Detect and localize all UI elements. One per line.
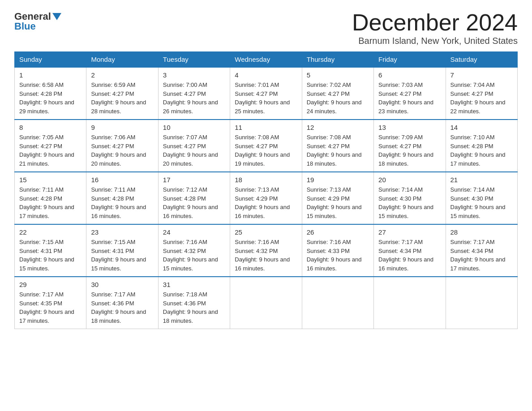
calendar-cell: 1 Sunrise: 6:58 AM Sunset: 4:28 PM Dayli… xyxy=(15,67,86,120)
daylight-label: Daylight: 9 hours and 28 minutes. xyxy=(91,99,146,115)
sunrise-label: Sunrise: 7:17 AM xyxy=(378,239,423,245)
daylight-label: Daylight: 9 hours and 18 minutes. xyxy=(378,151,433,167)
day-number: 24 xyxy=(163,228,225,236)
daylight-label: Daylight: 9 hours and 16 minutes. xyxy=(235,256,290,272)
calendar-cell: 4 Sunrise: 7:01 AM Sunset: 4:27 PM Dayli… xyxy=(230,67,302,120)
day-number: 22 xyxy=(19,228,82,236)
calendar-week-row: 22 Sunrise: 7:15 AM Sunset: 4:31 PM Dayl… xyxy=(15,224,518,277)
daylight-label: Daylight: 9 hours and 18 minutes. xyxy=(163,308,218,324)
day-number: 11 xyxy=(235,124,297,131)
location: Barnum Island, New York, United States xyxy=(352,36,518,46)
sunset-label: Sunset: 4:34 PM xyxy=(450,248,493,254)
sunset-label: Sunset: 4:28 PM xyxy=(91,195,134,202)
day-info: Sunrise: 7:08 AM Sunset: 4:27 PM Dayligh… xyxy=(307,133,369,168)
day-number: 20 xyxy=(378,176,441,184)
sunset-label: Sunset: 4:36 PM xyxy=(91,300,134,307)
sunrise-label: Sunrise: 7:11 AM xyxy=(19,186,64,193)
calendar-cell: 30 Sunrise: 7:17 AM Sunset: 4:36 PM Dayl… xyxy=(86,277,158,329)
sunrise-label: Sunrise: 7:01 AM xyxy=(235,81,279,88)
day-info: Sunrise: 7:16 AM Sunset: 4:32 PM Dayligh… xyxy=(235,238,297,273)
day-number: 15 xyxy=(19,176,82,184)
day-number: 9 xyxy=(91,124,153,131)
daylight-label: Daylight: 9 hours and 15 minutes. xyxy=(91,256,146,272)
sunset-label: Sunset: 4:28 PM xyxy=(450,143,493,150)
day-info: Sunrise: 7:09 AM Sunset: 4:27 PM Dayligh… xyxy=(378,133,441,168)
calendar-cell: 21 Sunrise: 7:14 AM Sunset: 4:30 PM Dayl… xyxy=(446,172,517,224)
calendar-cell: 20 Sunrise: 7:14 AM Sunset: 4:30 PM Dayl… xyxy=(374,172,446,224)
day-number: 25 xyxy=(235,228,297,236)
day-number: 28 xyxy=(450,228,513,236)
day-info: Sunrise: 7:00 AM Sunset: 4:27 PM Dayligh… xyxy=(163,81,225,116)
calendar-cell: 18 Sunrise: 7:13 AM Sunset: 4:29 PM Dayl… xyxy=(230,172,302,224)
sunrise-label: Sunrise: 7:15 AM xyxy=(19,239,64,245)
day-info: Sunrise: 7:11 AM Sunset: 4:28 PM Dayligh… xyxy=(91,185,153,220)
day-info: Sunrise: 7:01 AM Sunset: 4:27 PM Dayligh… xyxy=(235,81,297,116)
daylight-label: Daylight: 9 hours and 16 minutes. xyxy=(235,204,290,219)
col-sunday: Sunday xyxy=(15,52,86,68)
sunrise-label: Sunrise: 7:17 AM xyxy=(450,239,495,245)
day-number: 21 xyxy=(450,176,513,184)
daylight-label: Daylight: 9 hours and 20 minutes. xyxy=(163,151,218,167)
calendar-cell: 13 Sunrise: 7:09 AM Sunset: 4:27 PM Dayl… xyxy=(374,120,446,172)
sunrise-label: Sunrise: 7:06 AM xyxy=(91,134,135,141)
calendar-cell xyxy=(374,277,446,329)
daylight-label: Daylight: 9 hours and 17 minutes. xyxy=(19,204,74,219)
sunset-label: Sunset: 4:30 PM xyxy=(378,195,421,202)
sunrise-label: Sunrise: 7:14 AM xyxy=(378,186,423,193)
sunset-label: Sunset: 4:28 PM xyxy=(163,195,206,202)
daylight-label: Daylight: 9 hours and 17 minutes. xyxy=(450,151,506,167)
calendar-cell: 19 Sunrise: 7:13 AM Sunset: 4:29 PM Dayl… xyxy=(302,172,373,224)
calendar-cell: 3 Sunrise: 7:00 AM Sunset: 4:27 PM Dayli… xyxy=(158,67,230,120)
sunset-label: Sunset: 4:27 PM xyxy=(450,90,493,97)
calendar-cell: 23 Sunrise: 7:15 AM Sunset: 4:31 PM Dayl… xyxy=(86,224,158,277)
day-number: 6 xyxy=(378,71,441,79)
calendar-header: Sunday Monday Tuesday Wednesday Thursday… xyxy=(15,52,518,68)
day-info: Sunrise: 7:17 AM Sunset: 4:34 PM Dayligh… xyxy=(450,238,513,273)
day-info: Sunrise: 7:03 AM Sunset: 4:27 PM Dayligh… xyxy=(378,81,441,116)
day-info: Sunrise: 6:59 AM Sunset: 4:27 PM Dayligh… xyxy=(91,81,153,116)
col-friday: Friday xyxy=(374,52,446,68)
sunset-label: Sunset: 4:36 PM xyxy=(163,300,206,307)
day-info: Sunrise: 7:13 AM Sunset: 4:29 PM Dayligh… xyxy=(235,185,297,220)
sunrise-label: Sunrise: 7:17 AM xyxy=(19,291,64,298)
daylight-label: Daylight: 9 hours and 15 minutes. xyxy=(378,204,433,219)
sunset-label: Sunset: 4:27 PM xyxy=(307,143,350,150)
sunrise-label: Sunrise: 7:16 AM xyxy=(163,239,207,245)
calendar-cell: 12 Sunrise: 7:08 AM Sunset: 4:27 PM Dayl… xyxy=(302,120,373,172)
sunset-label: Sunset: 4:27 PM xyxy=(163,90,206,97)
daylight-label: Daylight: 9 hours and 15 minutes. xyxy=(307,204,362,219)
day-number: 27 xyxy=(378,228,441,236)
sunset-label: Sunset: 4:31 PM xyxy=(91,248,134,254)
daylight-label: Daylight: 9 hours and 24 minutes. xyxy=(307,99,362,115)
calendar-cell xyxy=(302,277,373,329)
day-number: 5 xyxy=(307,71,369,79)
calendar-cell: 25 Sunrise: 7:16 AM Sunset: 4:32 PM Dayl… xyxy=(230,224,302,277)
day-info: Sunrise: 7:17 AM Sunset: 4:36 PM Dayligh… xyxy=(91,290,153,325)
calendar-cell: 17 Sunrise: 7:12 AM Sunset: 4:28 PM Dayl… xyxy=(158,172,230,224)
sunrise-label: Sunrise: 7:18 AM xyxy=(163,291,207,298)
day-number: 18 xyxy=(235,176,297,184)
day-number: 16 xyxy=(91,176,153,184)
sunrise-label: Sunrise: 6:59 AM xyxy=(91,81,135,88)
sunset-label: Sunset: 4:32 PM xyxy=(235,248,278,254)
sunset-label: Sunset: 4:27 PM xyxy=(91,143,134,150)
calendar-cell xyxy=(230,277,302,329)
daylight-label: Daylight: 9 hours and 22 minutes. xyxy=(450,99,506,115)
day-info: Sunrise: 7:15 AM Sunset: 4:31 PM Dayligh… xyxy=(91,238,153,273)
calendar-cell: 26 Sunrise: 7:16 AM Sunset: 4:33 PM Dayl… xyxy=(302,224,373,277)
daylight-label: Daylight: 9 hours and 16 minutes. xyxy=(307,256,362,272)
day-info: Sunrise: 7:05 AM Sunset: 4:27 PM Dayligh… xyxy=(19,133,82,168)
day-number: 14 xyxy=(450,124,513,131)
sunrise-label: Sunrise: 7:09 AM xyxy=(378,134,423,141)
calendar-cell xyxy=(446,277,517,329)
calendar-cell: 8 Sunrise: 7:05 AM Sunset: 4:27 PM Dayli… xyxy=(15,120,86,172)
day-number: 12 xyxy=(307,124,369,131)
sunset-label: Sunset: 4:27 PM xyxy=(378,143,421,150)
day-info: Sunrise: 7:12 AM Sunset: 4:28 PM Dayligh… xyxy=(163,185,225,220)
daylight-label: Daylight: 9 hours and 16 minutes. xyxy=(378,256,433,272)
logo: General Blue xyxy=(14,11,63,32)
day-info: Sunrise: 7:17 AM Sunset: 4:35 PM Dayligh… xyxy=(19,290,82,325)
sunrise-label: Sunrise: 7:03 AM xyxy=(378,81,423,88)
sunset-label: Sunset: 4:34 PM xyxy=(378,248,421,254)
day-info: Sunrise: 7:08 AM Sunset: 4:27 PM Dayligh… xyxy=(235,133,297,168)
